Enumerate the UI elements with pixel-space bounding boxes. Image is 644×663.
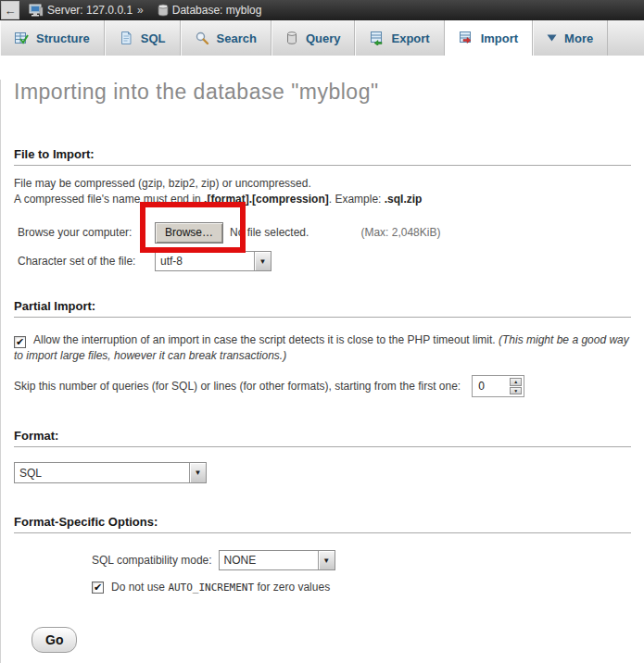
server-icon [29, 3, 44, 18]
name-rule-example: .sql.zip [385, 193, 423, 206]
database-icon [158, 4, 169, 17]
tab-structure[interactable]: Structure [0, 20, 105, 56]
back-arrow-icon: ← [5, 4, 17, 18]
charset-value: utf-8 [156, 252, 254, 270]
dropdown-arrow-icon[interactable]: ▼ [254, 252, 271, 270]
auto-increment-checkbox[interactable]: ✔ [92, 582, 104, 594]
section-heading-format-specific: Format-Specific Options: [14, 515, 631, 533]
import-form: Importing into the database "myblog" Fil… [0, 80, 644, 663]
allow-interruption-text: Allow the interruption of an import in c… [33, 333, 499, 346]
back-button[interactable]: ← [1, 1, 19, 19]
tab-label: Structure [36, 31, 90, 45]
tab-label: Export [391, 31, 429, 45]
tab-query[interactable]: Query [271, 20, 356, 56]
skip-queries-input[interactable]: 0 ▲ ▼ [472, 375, 524, 397]
tab-search[interactable]: Search [181, 20, 271, 56]
max-size-note: (Max: 2,048KiB) [360, 226, 440, 239]
chevron-down-icon [547, 34, 557, 42]
section-heading-partial-import: Partial Import: [14, 299, 631, 318]
tab-more[interactable]: More [533, 20, 608, 56]
export-icon [369, 31, 384, 45]
name-rule-pattern: .[format].[compression] [204, 193, 329, 206]
sql-compatibility-label: SQL compatibility mode: [92, 554, 212, 567]
tab-sql[interactable]: SQL [105, 20, 181, 56]
allow-interruption-checkbox[interactable]: ✔ [14, 336, 26, 348]
section-heading-format: Format: [14, 429, 631, 447]
tab-label: Query [306, 31, 341, 45]
browse-button[interactable]: Browse… [155, 222, 223, 244]
sql-icon [119, 31, 133, 45]
skip-queries-value: 0 [473, 376, 508, 396]
tab-bar-filler [608, 20, 644, 56]
structure-icon [14, 31, 29, 45]
go-button[interactable]: Go [32, 627, 77, 653]
number-spinner: ▲ ▼ [508, 376, 524, 396]
skip-queries-row: Skip this number of queries (for SQL) or… [14, 375, 631, 397]
tab-import[interactable]: Import [445, 20, 533, 56]
section-heading-file-to-import: File to Import: [14, 147, 631, 166]
tab-bar: Structure SQL Search Query [0, 20, 644, 56]
format-select[interactable]: SQL ▼ [14, 462, 207, 483]
skip-queries-label: Skip this number of queries (for SQL) or… [14, 380, 461, 393]
sql-compatibility-value: NONE [220, 551, 318, 569]
charset-select[interactable]: utf-8 ▼ [155, 251, 271, 271]
tab-label: SQL [141, 31, 166, 45]
no-file-selected-text: No file selected. [230, 226, 309, 239]
query-icon [285, 31, 298, 45]
sql-compatibility-row: SQL compatibility mode: NONE ▼ [92, 549, 631, 571]
browse-label: Browse your computer: [14, 226, 155, 239]
spin-down-button[interactable]: ▼ [510, 387, 522, 395]
compression-line: File may be compressed (gzip, bzip2, zip… [14, 177, 311, 190]
search-icon [195, 31, 209, 45]
name-rule-mid: . Example: [329, 193, 385, 206]
breadcrumb-separator: » [137, 4, 144, 17]
tab-export[interactable]: Export [355, 20, 444, 56]
name-rule-prefix: A compressed file's name must end in [14, 193, 204, 206]
charset-row: Character set of the file: utf-8 ▼ [14, 251, 631, 271]
spin-up-button[interactable]: ▲ [510, 378, 522, 386]
auto-increment-row: ✔ Do not use AUTO_INCREMENT for zero val… [92, 581, 631, 594]
auto-increment-label: Do not use AUTO_INCREMENT for zero value… [111, 581, 330, 594]
import-icon [459, 31, 474, 45]
page-title: Importing into the database "myblog" [14, 80, 631, 105]
auto-increment-code: AUTO_INCREMENT [168, 582, 254, 594]
browse-row: Browse your computer: Browse… No file se… [14, 221, 631, 244]
tab-label: Search [217, 31, 257, 45]
dropdown-arrow-icon[interactable]: ▼ [189, 463, 206, 482]
compression-note: File may be compressed (gzip, bzip2, zip… [14, 176, 631, 207]
tab-label: Import [481, 31, 518, 45]
tab-label: More [564, 31, 593, 45]
format-value: SQL [15, 463, 189, 482]
sql-compatibility-select[interactable]: NONE ▼ [219, 550, 335, 570]
check-mark-icon: ✔ [94, 582, 102, 593]
allow-interruption-row: ✔Allow the interruption of an import in … [14, 332, 640, 364]
breadcrumb-bar: ← Server: 127.0.0.1 » Database: myblog [0, 0, 644, 20]
breadcrumb-server[interactable]: Server: 127.0.0.1 [47, 4, 133, 17]
check-mark-icon: ✔ [16, 337, 24, 347]
breadcrumb-database[interactable]: Database: myblog [172, 4, 262, 17]
phpmyadmin-import-page: ← Server: 127.0.0.1 » Database: myblog [0, 0, 644, 663]
dropdown-arrow-icon[interactable]: ▼ [318, 551, 335, 569]
charset-label: Character set of the file: [14, 255, 155, 268]
